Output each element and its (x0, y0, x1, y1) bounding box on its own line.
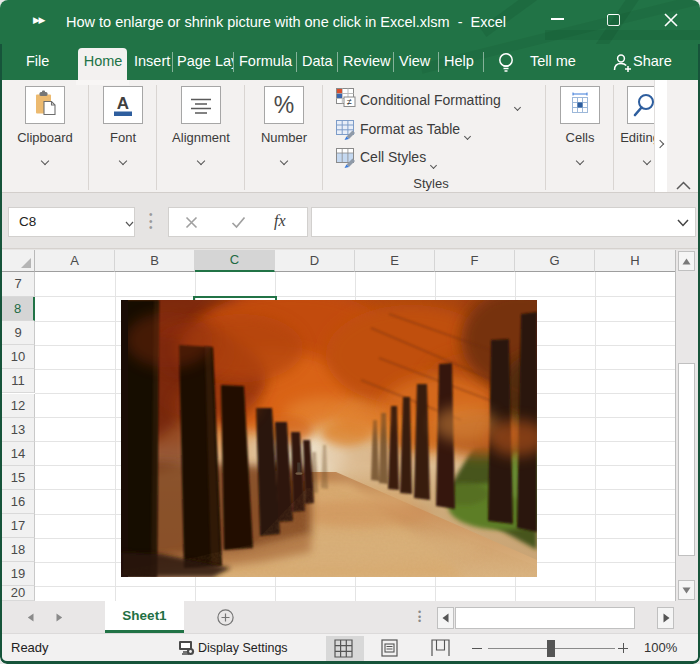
svg-text:≠: ≠ (347, 97, 352, 107)
svg-text:A: A (117, 94, 129, 113)
